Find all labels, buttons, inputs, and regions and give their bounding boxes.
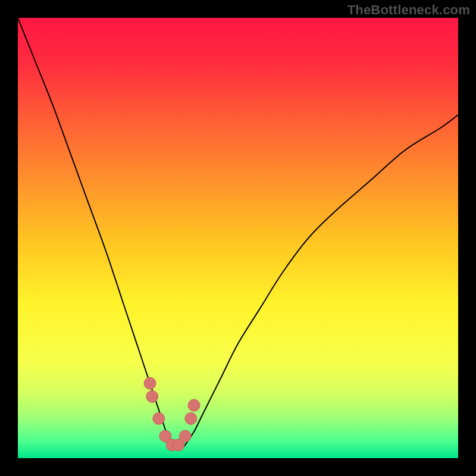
highlight-marker [144, 377, 156, 389]
gradient-background [18, 18, 458, 458]
highlight-marker [185, 412, 197, 424]
highlight-marker [188, 399, 200, 411]
highlight-marker [179, 430, 191, 442]
plot-area [18, 18, 458, 458]
highlight-marker [153, 412, 165, 424]
watermark-text: TheBottleneck.com [347, 2, 470, 18]
chart-frame: TheBottleneck.com [0, 0, 476, 476]
highlight-marker [146, 390, 158, 402]
chart-svg [18, 18, 458, 458]
